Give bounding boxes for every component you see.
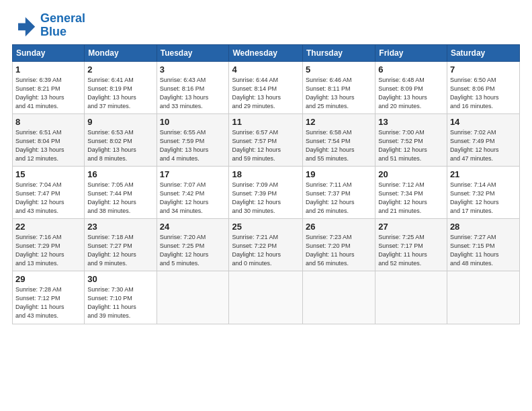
general-blue-icon — [12, 13, 36, 38]
day-number: 12 — [306, 117, 372, 127]
day-number: 7 — [450, 64, 517, 75]
week-row-1: 1Sunrise: 6:39 AMSunset: 8:21 PMDaylight… — [13, 61, 520, 113]
calendar-cell — [375, 271, 447, 324]
calendar-cell: 28Sunrise: 7:27 AMSunset: 7:15 PMDayligh… — [447, 219, 519, 271]
calendar-cell: 12Sunrise: 6:58 AMSunset: 7:54 PMDayligh… — [303, 113, 375, 166]
day-number: 16 — [87, 169, 153, 179]
day-number: 29 — [15, 274, 81, 284]
day-number: 11 — [232, 117, 300, 127]
calendar-cell: 7Sunrise: 6:50 AMSunset: 8:06 PMDaylight… — [447, 61, 519, 113]
day-number: 19 — [306, 169, 372, 179]
day-number: 22 — [15, 222, 81, 232]
calendar-cell: 1Sunrise: 6:39 AMSunset: 8:21 PMDaylight… — [13, 61, 85, 113]
day-info: Sunrise: 6:58 AMSunset: 7:54 PMDaylight:… — [306, 128, 372, 163]
day-number: 14 — [450, 117, 517, 127]
day-number: 8 — [15, 117, 81, 127]
calendar-cell: 27Sunrise: 7:25 AMSunset: 7:17 PMDayligh… — [375, 219, 447, 271]
day-info: Sunrise: 6:55 AMSunset: 7:59 PMDaylight:… — [160, 128, 226, 163]
weekday-header-tuesday: Tuesday — [157, 44, 229, 61]
day-info: Sunrise: 7:16 AMSunset: 7:29 PMDaylight:… — [15, 233, 81, 268]
day-number: 27 — [378, 222, 444, 232]
calendar-cell: 5Sunrise: 6:46 AMSunset: 8:11 PMDaylight… — [303, 61, 375, 113]
day-info: Sunrise: 6:50 AMSunset: 8:06 PMDaylight:… — [450, 76, 517, 111]
day-number: 23 — [87, 222, 153, 232]
week-row-4: 22Sunrise: 7:16 AMSunset: 7:29 PMDayligh… — [13, 219, 520, 271]
day-info: Sunrise: 7:14 AMSunset: 7:32 PMDaylight:… — [450, 181, 517, 216]
day-info: Sunrise: 7:27 AMSunset: 7:15 PMDaylight:… — [450, 233, 517, 268]
day-info: Sunrise: 6:39 AMSunset: 8:21 PMDaylight:… — [15, 76, 81, 111]
day-number: 9 — [87, 117, 153, 127]
weekday-header-sunday: Sunday — [13, 44, 85, 61]
day-info: Sunrise: 7:00 AMSunset: 7:52 PMDaylight:… — [378, 128, 444, 163]
svg-marker-0 — [18, 17, 35, 36]
day-number: 6 — [378, 64, 444, 75]
day-number: 4 — [232, 64, 300, 75]
calendar-cell: 21Sunrise: 7:14 AMSunset: 7:32 PMDayligh… — [447, 166, 519, 218]
weekday-header-friday: Friday — [375, 44, 447, 61]
calendar-cell: 14Sunrise: 7:02 AMSunset: 7:49 PMDayligh… — [447, 113, 519, 166]
day-number: 25 — [232, 222, 300, 232]
day-info: Sunrise: 7:04 AMSunset: 7:47 PMDaylight:… — [15, 181, 81, 216]
day-info: Sunrise: 6:51 AMSunset: 8:04 PMDaylight:… — [15, 128, 81, 163]
day-number: 26 — [306, 222, 372, 232]
day-number: 3 — [160, 64, 226, 75]
calendar-cell: 6Sunrise: 6:48 AMSunset: 8:09 PMDaylight… — [375, 61, 447, 113]
calendar-cell: 16Sunrise: 7:05 AMSunset: 7:44 PMDayligh… — [85, 166, 157, 218]
day-number: 28 — [450, 222, 517, 232]
calendar-cell: 10Sunrise: 6:55 AMSunset: 7:59 PMDayligh… — [157, 113, 229, 166]
day-info: Sunrise: 7:02 AMSunset: 7:49 PMDaylight:… — [450, 128, 517, 163]
day-info: Sunrise: 6:53 AMSunset: 8:02 PMDaylight:… — [87, 128, 153, 163]
weekday-header-thursday: Thursday — [303, 44, 375, 61]
calendar-cell: 20Sunrise: 7:12 AMSunset: 7:34 PMDayligh… — [375, 166, 447, 218]
week-row-2: 8Sunrise: 6:51 AMSunset: 8:04 PMDaylight… — [13, 113, 520, 166]
logo-text: General Blue — [40, 12, 85, 39]
day-number: 1 — [15, 64, 81, 75]
calendar-table: SundayMondayTuesdayWednesdayThursdayFrid… — [12, 44, 520, 324]
day-info: Sunrise: 7:18 AMSunset: 7:27 PMDaylight:… — [87, 233, 153, 268]
day-info: Sunrise: 7:21 AMSunset: 7:22 PMDaylight:… — [232, 233, 300, 268]
day-info: Sunrise: 6:43 AMSunset: 8:16 PMDaylight:… — [160, 76, 226, 111]
day-info: Sunrise: 7:28 AMSunset: 7:12 PMDaylight:… — [15, 285, 81, 320]
day-number: 20 — [378, 169, 444, 179]
calendar-cell: 24Sunrise: 7:20 AMSunset: 7:25 PMDayligh… — [157, 219, 229, 271]
calendar-cell: 11Sunrise: 6:57 AMSunset: 7:57 PMDayligh… — [229, 113, 303, 166]
day-number: 24 — [160, 222, 226, 232]
week-row-5: 29Sunrise: 7:28 AMSunset: 7:12 PMDayligh… — [13, 271, 520, 324]
day-info: Sunrise: 6:46 AMSunset: 8:11 PMDaylight:… — [306, 76, 372, 111]
calendar-cell: 18Sunrise: 7:09 AMSunset: 7:39 PMDayligh… — [229, 166, 303, 218]
day-number: 18 — [232, 169, 300, 179]
logo: General Blue — [12, 12, 85, 39]
day-info: Sunrise: 7:30 AMSunset: 7:10 PMDaylight:… — [87, 285, 153, 320]
day-info: Sunrise: 7:20 AMSunset: 7:25 PMDaylight:… — [160, 233, 226, 268]
calendar-cell — [157, 271, 229, 324]
day-number: 13 — [378, 117, 444, 127]
calendar-cell: 15Sunrise: 7:04 AMSunset: 7:47 PMDayligh… — [13, 166, 85, 218]
calendar-cell: 26Sunrise: 7:23 AMSunset: 7:20 PMDayligh… — [303, 219, 375, 271]
weekday-header-saturday: Saturday — [447, 44, 519, 61]
day-info: Sunrise: 6:44 AMSunset: 8:14 PMDaylight:… — [232, 76, 300, 111]
calendar-cell: 13Sunrise: 7:00 AMSunset: 7:52 PMDayligh… — [375, 113, 447, 166]
calendar-cell: 4Sunrise: 6:44 AMSunset: 8:14 PMDaylight… — [229, 61, 303, 113]
day-number: 5 — [306, 64, 372, 75]
calendar-cell — [447, 271, 519, 324]
day-info: Sunrise: 7:11 AMSunset: 7:37 PMDaylight:… — [306, 181, 372, 216]
day-info: Sunrise: 6:57 AMSunset: 7:57 PMDaylight:… — [232, 128, 300, 163]
calendar-cell: 9Sunrise: 6:53 AMSunset: 8:02 PMDaylight… — [85, 113, 157, 166]
weekday-header-wednesday: Wednesday — [229, 44, 303, 61]
day-number: 10 — [160, 117, 226, 127]
day-number: 15 — [15, 169, 81, 179]
calendar-cell: 2Sunrise: 6:41 AMSunset: 8:19 PMDaylight… — [85, 61, 157, 113]
day-info: Sunrise: 6:48 AMSunset: 8:09 PMDaylight:… — [378, 76, 444, 111]
header: General Blue — [12, 12, 520, 39]
day-number: 17 — [160, 169, 226, 179]
day-info: Sunrise: 7:07 AMSunset: 7:42 PMDaylight:… — [160, 181, 226, 216]
day-info: Sunrise: 7:23 AMSunset: 7:20 PMDaylight:… — [306, 233, 372, 268]
calendar-cell: 22Sunrise: 7:16 AMSunset: 7:29 PMDayligh… — [13, 219, 85, 271]
week-row-3: 15Sunrise: 7:04 AMSunset: 7:47 PMDayligh… — [13, 166, 520, 218]
calendar-cell: 25Sunrise: 7:21 AMSunset: 7:22 PMDayligh… — [229, 219, 303, 271]
day-number: 2 — [87, 64, 153, 75]
page: General Blue SundayMondayTuesdayWednesda… — [0, 0, 532, 411]
day-info: Sunrise: 6:41 AMSunset: 8:19 PMDaylight:… — [87, 76, 153, 111]
calendar-cell: 19Sunrise: 7:11 AMSunset: 7:37 PMDayligh… — [303, 166, 375, 218]
calendar-cell: 29Sunrise: 7:28 AMSunset: 7:12 PMDayligh… — [13, 271, 85, 324]
